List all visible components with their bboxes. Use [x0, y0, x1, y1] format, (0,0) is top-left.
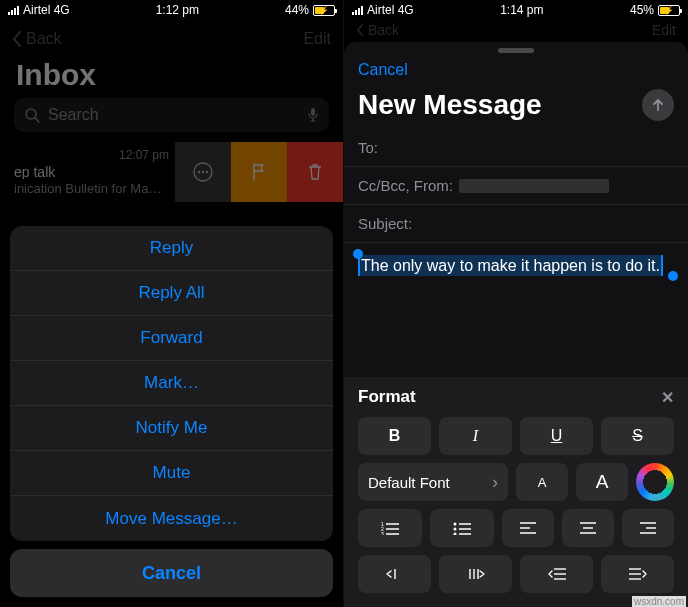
svg-point-4 [198, 171, 200, 173]
font-picker-button[interactable]: Default Font › [358, 463, 508, 501]
compose-cancel-button[interactable]: Cancel [344, 55, 688, 85]
strike-button[interactable]: S [601, 417, 674, 455]
watermark: wsxdn.com [632, 596, 686, 607]
align-left-icon [520, 522, 536, 534]
trash-icon [307, 163, 323, 181]
format-close-button[interactable]: ✕ [661, 388, 674, 407]
align-center-icon [580, 522, 596, 534]
align-center-button[interactable] [562, 509, 614, 547]
sheet-reply-all[interactable]: Reply All [10, 271, 333, 316]
battery-icon: ⚡ [313, 5, 335, 16]
svg-point-15 [454, 528, 457, 531]
battery-percent: 44% [285, 3, 309, 17]
format-panel: Format ✕ B I U S Default Font › A A [344, 377, 688, 607]
quote-left-button[interactable] [520, 555, 593, 593]
sheet-notify[interactable]: Notify Me [10, 406, 333, 451]
indent-icon [467, 567, 485, 581]
quote-left-icon [548, 567, 566, 581]
swipe-flag-button[interactable] [231, 142, 287, 202]
to-field[interactable]: To: [344, 129, 688, 167]
align-right-button[interactable] [622, 509, 674, 547]
outdent-button[interactable] [358, 555, 431, 593]
subject-field[interactable]: Subject: [344, 205, 688, 243]
nav-bar: Back Edit [0, 20, 343, 58]
search-placeholder: Search [48, 106, 299, 124]
mail-preview: inication Bulletin for Ma… [14, 181, 175, 196]
send-button[interactable] [642, 89, 674, 121]
carrier-label: Airtel 4G [23, 3, 70, 17]
modal-handle[interactable] [498, 48, 534, 53]
sheet-cancel[interactable]: Cancel [10, 549, 333, 597]
sheet-mark[interactable]: Mark… [10, 361, 333, 406]
nav-bar-behind: Back Edit [344, 20, 688, 40]
italic-button[interactable]: I [439, 417, 512, 455]
cc-from-field[interactable]: Cc/Bcc, From: [344, 167, 688, 205]
sheet-reply[interactable]: Reply [10, 226, 333, 271]
arrow-up-icon [650, 97, 666, 113]
sheet-forward[interactable]: Forward [10, 316, 333, 361]
signal-icon [8, 5, 19, 15]
selection-handle-end[interactable] [668, 271, 678, 281]
text-color-button[interactable] [636, 463, 674, 501]
search-input[interactable]: Search [14, 98, 329, 132]
back-button[interactable]: Back [12, 30, 62, 48]
swipe-more-button[interactable] [175, 142, 231, 202]
battery-icon: ⚡ [658, 5, 680, 16]
bullet-list-icon [453, 521, 471, 535]
svg-rect-2 [311, 108, 315, 116]
subject-label: Subject: [358, 215, 412, 232]
battery-percent: 45% [630, 3, 654, 17]
carrier-label: Airtel 4G [367, 3, 414, 17]
chevron-left-icon [12, 31, 22, 47]
indent-button[interactable] [439, 555, 512, 593]
svg-point-5 [202, 171, 204, 173]
status-time: 1:14 pm [500, 3, 543, 17]
outdent-icon [386, 567, 404, 581]
compose-title: New Message [358, 89, 542, 121]
numbered-list-button[interactable]: 123 [358, 509, 422, 547]
svg-point-13 [454, 523, 457, 526]
bullet-list-button[interactable] [430, 509, 494, 547]
swipe-trash-button[interactable] [287, 142, 343, 202]
chevron-right-icon: › [492, 473, 498, 491]
status-time: 1:12 pm [156, 3, 199, 17]
from-value-redacted [459, 179, 609, 193]
edit-button[interactable]: Edit [303, 30, 331, 48]
mail-time: 12:07 pm [14, 148, 175, 162]
format-title: Format [358, 387, 416, 407]
svg-line-1 [35, 118, 39, 122]
font-label: Default Font [368, 474, 450, 491]
page-title: Inbox [0, 58, 343, 98]
to-label: To: [358, 139, 378, 156]
svg-text:3: 3 [381, 531, 384, 535]
sheet-move[interactable]: Move Message… [10, 496, 333, 541]
svg-point-6 [206, 171, 208, 173]
mail-row[interactable]: 12:07 pm ep talk inication Bulletin for … [0, 142, 343, 202]
selection-handle-start[interactable] [353, 249, 363, 259]
svg-point-17 [454, 533, 457, 536]
align-right-icon [640, 522, 656, 534]
font-size-larger-button[interactable]: A [576, 463, 628, 501]
flag-icon [251, 163, 267, 181]
ellipsis-icon [193, 162, 213, 182]
back-label: Back [26, 30, 62, 48]
underline-button[interactable]: U [520, 417, 593, 455]
sheet-mute[interactable]: Mute [10, 451, 333, 496]
quote-right-icon [629, 567, 647, 581]
mail-subject: ep talk [14, 164, 175, 179]
status-bar: Airtel 4G 1:14 pm 45% ⚡ [344, 0, 688, 20]
action-sheet: Reply Reply All Forward Mark… Notify Me … [10, 226, 333, 597]
bold-button[interactable]: B [358, 417, 431, 455]
selected-text[interactable]: The only way to make it happen is to do … [358, 255, 663, 276]
compose-body[interactable]: The only way to make it happen is to do … [344, 243, 688, 289]
font-size-smaller-button[interactable]: A [516, 463, 568, 501]
cc-label: Cc/Bcc, From: [358, 177, 453, 194]
status-bar: Airtel 4G 1:12 pm 44% ⚡ [0, 0, 343, 20]
quote-right-button[interactable] [601, 555, 674, 593]
numbered-list-icon: 123 [381, 521, 399, 535]
mic-icon[interactable] [307, 107, 319, 123]
signal-icon [352, 5, 363, 15]
search-icon [24, 107, 40, 123]
align-left-button[interactable] [502, 509, 554, 547]
